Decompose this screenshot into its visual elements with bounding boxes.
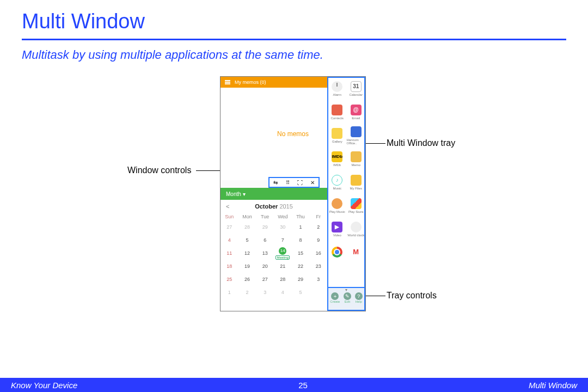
calendar-cell[interactable]: 1	[220, 286, 238, 299]
tray-app-email[interactable]: @Email	[347, 100, 366, 124]
calendar-cell[interactable]: 16	[309, 247, 327, 260]
email-icon: @	[351, 105, 362, 115]
window-controls-bar[interactable]: ⇆ ⠿ ⛶ ✕	[268, 177, 320, 188]
tray-edit-button[interactable]: ✎Edit	[344, 292, 351, 303]
calendar-panel: < October 2015 SunMonTueWedThuFr27282930…	[220, 200, 327, 311]
gmail-icon: M	[351, 247, 362, 258]
calendar-cell[interactable]: 29	[256, 220, 274, 234]
device-screenshot: My memos (0) No memos ⇆ ⠿ ⛶ ✕ Month ▾ < …	[220, 76, 366, 311]
close-icon[interactable]: ✕	[309, 179, 316, 186]
music-icon: ♪	[332, 175, 342, 186]
tray-app-pstore[interactable]: Play Store	[347, 194, 366, 217]
calendar-cell[interactable]: 26	[238, 273, 256, 286]
page-title: Multi Window	[22, 10, 566, 33]
tray-app-gmail[interactable]: M	[347, 241, 366, 264]
calendar-cell[interactable]: 1	[292, 220, 310, 234]
page-footer: Know Your Device 25 Multi Window	[0, 378, 588, 392]
calendar-cell[interactable]: 23	[309, 260, 327, 273]
tray-app-imdb[interactable]: IMDbIMDb	[328, 147, 347, 170]
calendar-cell[interactable]: 21	[274, 260, 292, 273]
calendar-cell[interactable]: 22	[292, 260, 310, 273]
memo-icon	[351, 151, 362, 162]
calendar-cell[interactable]: 25	[220, 273, 238, 286]
tray-app-contacts[interactable]: Contacts	[328, 100, 347, 124]
contacts-icon	[332, 105, 342, 115]
calendar-cell[interactable]: 9	[309, 234, 327, 247]
page-subtitle: Multitask by using multiple applications…	[0, 40, 588, 62]
calendar-cell[interactable]: 15	[292, 247, 310, 260]
chrome-icon	[332, 247, 342, 258]
calendar-title: < October 2015	[220, 200, 327, 213]
calendar-cell[interactable]: 5	[238, 234, 256, 247]
pmusic-icon	[332, 198, 342, 209]
tray-app-alarm[interactable]: Alarm	[328, 77, 347, 100]
calendar-cell[interactable]: 7	[274, 234, 292, 247]
expand-icon[interactable]: ⛶	[296, 179, 304, 186]
tray-app-calendar[interactable]: 31Calendar	[347, 77, 366, 100]
footer-page-number: 25	[298, 381, 308, 390]
footer-section: Know Your Device	[11, 381, 77, 390]
tray-app-gallery[interactable]: Gallery	[328, 124, 347, 147]
calendar-cell[interactable]: 8	[292, 234, 310, 247]
calendar-cell[interactable]: 2	[309, 220, 327, 234]
calendar-icon: 31	[351, 81, 362, 92]
pstore-icon	[351, 198, 362, 209]
calendar-cell[interactable]: 12	[238, 247, 256, 260]
calendar-cell[interactable]: 6	[256, 234, 274, 247]
gallery-icon	[332, 128, 342, 139]
calendar-cell[interactable]: 20	[256, 260, 274, 273]
calendar-cell[interactable]: 14Meeting	[274, 247, 292, 260]
calendar-cell[interactable]: 30	[274, 220, 292, 234]
callout-tray-controls: Tray controls	[387, 291, 437, 301]
leader-line	[366, 143, 385, 144]
calendar-month-bar[interactable]: Month ▾	[220, 188, 327, 200]
calendar-cell[interactable]: 19	[238, 260, 256, 273]
tray-app-music[interactable]: ♪Music	[328, 170, 347, 194]
tray-app-hancom[interactable]: Hancom Office..	[347, 124, 366, 147]
leader-line	[366, 296, 385, 296]
tray-controls[interactable]: ▾ ＋Create ✎Edit ?Help	[327, 287, 365, 311]
calendar-cell[interactable]: 4	[274, 286, 292, 299]
hamburger-icon[interactable]	[225, 80, 230, 84]
tray-app-video[interactable]: ▶Video	[328, 217, 347, 241]
calendar-cell[interactable]: 11	[220, 247, 238, 260]
video-icon: ▶	[332, 222, 342, 232]
callout-multi-window-tray: Multi Window tray	[387, 138, 455, 148]
wclock-icon	[351, 222, 362, 232]
calendar-cell[interactable]: 5	[292, 286, 310, 299]
chevron-down-icon[interactable]: ▾	[345, 288, 347, 292]
tray-app-memo[interactable]: Memo	[347, 147, 366, 170]
tray-create-button[interactable]: ＋Create	[330, 292, 340, 303]
swap-icon[interactable]: ⇆	[272, 179, 279, 186]
calendar-cell[interactable]: 4	[220, 234, 238, 247]
calendar-cell[interactable]: 3	[256, 286, 274, 299]
calendar-cell[interactable]: 18	[220, 260, 238, 273]
calendar-cell[interactable]: 28	[274, 273, 292, 286]
calendar-grid: SunMonTueWedThuFr27282930124567891112131…	[220, 213, 327, 299]
calendar-cell[interactable]: 13	[256, 247, 274, 260]
hancom-icon	[351, 126, 362, 137]
drag-icon[interactable]: ⠿	[284, 179, 292, 186]
prev-month-icon[interactable]: <	[226, 203, 229, 210]
memos-title: My memos (0)	[235, 79, 266, 85]
calendar-cell[interactable]: 28	[238, 220, 256, 234]
files-icon	[351, 175, 362, 186]
alarm-icon	[332, 81, 342, 92]
tray-app-files[interactable]: My Files	[347, 170, 366, 194]
calendar-cell[interactable]: 2	[238, 286, 256, 299]
calendar-cell[interactable]: 27	[256, 273, 274, 286]
tray-app-pmusic[interactable]: Play Music	[328, 194, 347, 217]
calendar-cell[interactable]: 29	[292, 273, 310, 286]
tray-help-button[interactable]: ?Help	[355, 292, 363, 303]
footer-topic: Multi Window	[529, 381, 577, 390]
callout-window-controls: Window controls	[127, 166, 191, 175]
calendar-cell[interactable]: 3	[309, 273, 327, 286]
calendar-cell[interactable]	[309, 286, 327, 299]
imdb-icon: IMDb	[332, 151, 342, 162]
calendar-cell[interactable]: 27	[220, 220, 238, 234]
tray-app-wclock[interactable]: World clock	[347, 217, 366, 241]
multi-window-tray[interactable]: Alarm31CalendarContacts@EmailGalleryHanc…	[327, 77, 365, 311]
tray-app-chrome[interactable]	[328, 241, 347, 264]
